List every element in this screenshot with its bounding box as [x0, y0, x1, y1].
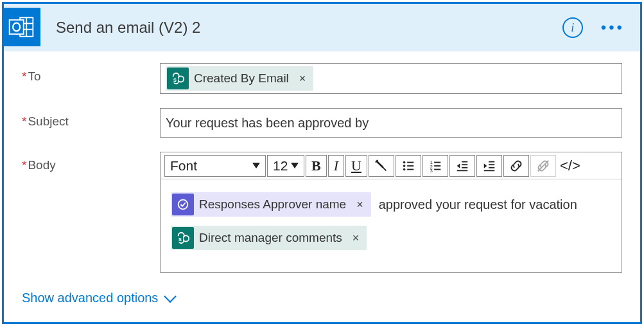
subject-field[interactable] — [160, 108, 622, 138]
token-approver-name[interactable]: Responses Approver name × — [171, 192, 371, 217]
row-to: *To S Created By Email × — [22, 63, 622, 94]
card-title: Send an email (V2) 2 — [56, 19, 562, 37]
svg-rect-4 — [10, 20, 24, 34]
italic-button[interactable]: I — [328, 155, 344, 177]
numbered-list-button[interactable]: 123 — [422, 155, 448, 177]
subject-input[interactable] — [166, 116, 616, 131]
label-body: *Body — [22, 152, 160, 273]
token-direct-manager-comments[interactable]: S Direct manager comments × — [171, 226, 367, 250]
body-editor: Font 12 B I U — [160, 152, 622, 273]
svg-text:S: S — [178, 237, 182, 242]
rich-text-toolbar: Font 12 B I U — [161, 152, 622, 179]
indent-button[interactable] — [476, 155, 502, 177]
sharepoint-icon: S — [172, 227, 194, 249]
bulleted-list-button[interactable] — [396, 155, 421, 177]
info-icon[interactable]: i — [562, 17, 583, 38]
row-body: *Body Font 12 B I U — [22, 152, 622, 273]
body-content-area[interactable]: Responses Approver name × approved your … — [161, 179, 622, 272]
svg-text:3: 3 — [430, 168, 433, 173]
remove-token-icon[interactable]: × — [351, 198, 369, 212]
label-to: *To — [22, 63, 160, 94]
sharepoint-icon: S — [167, 68, 189, 89]
font-color-button[interactable] — [369, 155, 394, 177]
to-field[interactable]: S Created By Email × — [160, 63, 622, 94]
chevron-down-icon — [252, 163, 260, 168]
font-dropdown[interactable]: Font — [164, 155, 266, 177]
more-menu-icon[interactable]: ••• — [597, 19, 629, 37]
chevron-down-icon — [291, 163, 299, 168]
unlink-button — [530, 155, 556, 177]
remove-token-icon[interactable]: × — [294, 72, 311, 86]
remove-token-icon[interactable]: × — [347, 231, 365, 245]
bold-button[interactable]: B — [306, 155, 327, 177]
chevron-down-icon — [164, 290, 177, 303]
svg-point-12 — [403, 165, 406, 167]
card-header: Send an email (V2) 2 i ••• — [4, 4, 640, 51]
svg-text:S: S — [173, 77, 177, 83]
svg-point-32 — [178, 200, 188, 210]
approvals-icon — [172, 194, 194, 215]
card-body: *To S Created By Email × *Subject — [4, 51, 640, 322]
svg-point-13 — [403, 168, 406, 170]
underline-button[interactable]: U — [345, 155, 367, 177]
code-view-button[interactable]: </> — [557, 155, 583, 177]
outlook-icon — [2, 8, 40, 46]
outdent-button[interactable] — [449, 155, 475, 177]
action-card: Send an email (V2) 2 i ••• *To S Created… — [2, 2, 642, 324]
link-button[interactable] — [503, 155, 529, 177]
show-advanced-options[interactable]: Show advanced options — [22, 287, 175, 309]
token-created-by-email[interactable]: S Created By Email × — [166, 66, 313, 91]
svg-point-11 — [403, 161, 406, 163]
label-subject: *Subject — [22, 108, 160, 138]
font-size-dropdown[interactable]: 12 — [267, 155, 304, 177]
row-subject: *Subject — [22, 108, 622, 138]
